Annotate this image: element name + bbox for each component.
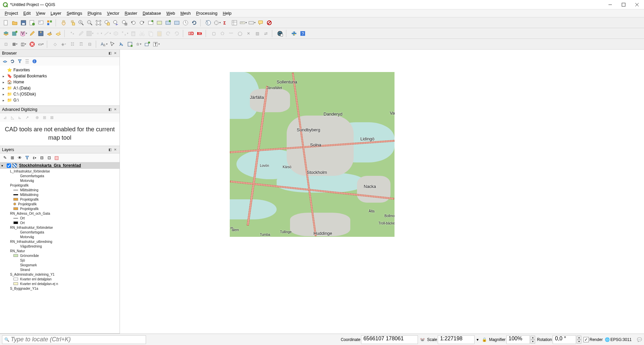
close-icon[interactable]: ✕ — [113, 51, 118, 56]
menu-edit[interactable]: Edit — [21, 10, 33, 17]
magnifier-value[interactable]: 100% — [506, 335, 530, 344]
visibility-icon[interactable]: 👁 — [17, 155, 23, 161]
no-action-button[interactable] — [265, 19, 273, 27]
layout-manager-button[interactable] — [37, 19, 45, 27]
collapse-all-icon[interactable]: ⊡ — [46, 155, 52, 161]
text-annotation-button[interactable]: T▾ — [152, 40, 160, 48]
locator-input[interactable] — [11, 336, 144, 343]
menu-layer[interactable]: Layer — [48, 10, 64, 17]
legend-item[interactable]: Måttsättning — [0, 188, 120, 192]
style-manager-button[interactable] — [46, 19, 54, 27]
python-console-button[interactable] — [290, 29, 298, 38]
topological-editing-button[interactable]: ◫▾ — [19, 40, 27, 48]
zoom-full-button[interactable] — [94, 19, 102, 27]
menu-help[interactable]: Help — [220, 10, 234, 17]
legend-group[interactable]: S_Byggnader_Y1a — [0, 286, 120, 291]
legend-item[interactable]: Sjö — [0, 258, 120, 263]
zoom-next-button[interactable] — [138, 19, 146, 27]
layer-visibility-checkbox[interactable] — [7, 163, 11, 168]
browser-tree[interactable]: ⭐Favorites▸🔖Spatial Bookmarks▸🏠Home▸📁A:\… — [0, 66, 120, 106]
label2-button[interactable]: abc — [196, 29, 204, 38]
lock-icon[interactable]: 🔒 — [482, 337, 487, 342]
browser-item[interactable]: ⭐Favorites — [0, 67, 120, 73]
label-toolbar-1[interactable]: Aa▾ — [100, 40, 108, 48]
render-checkbox[interactable]: ✓ — [583, 337, 589, 342]
browser-item[interactable]: ▸🏠Home — [0, 79, 120, 85]
new-print-layout-button[interactable] — [28, 19, 36, 27]
detach-icon[interactable]: ◧ — [108, 51, 112, 56]
nominatim-button[interactable] — [276, 29, 284, 38]
label-button[interactable]: abc — [187, 29, 195, 38]
browser-item[interactable]: ▸📁A:\ (Data) — [0, 85, 120, 91]
refresh-button[interactable] — [182, 19, 190, 27]
help-button[interactable]: ? — [299, 29, 307, 38]
map-tips-button[interactable] — [257, 19, 265, 27]
legend-item[interactable]: Strand — [0, 267, 120, 272]
new-spatial-bookmark-button[interactable] — [155, 19, 163, 27]
menu-plugins[interactable]: Plugins — [85, 10, 104, 17]
legend-item[interactable]: Genomfartsgata — [0, 174, 120, 178]
zoom-out-button[interactable] — [86, 19, 94, 27]
save-edits-button[interactable] — [37, 29, 45, 38]
messages-icon[interactable]: 💬 — [637, 337, 642, 342]
summary-button[interactable]: Σ — [222, 19, 230, 27]
legend-group[interactable]: S_Administrativ_indelning_Y1 — [0, 272, 120, 277]
rot-up-button[interactable]: ▴ — [577, 336, 581, 340]
coord-value[interactable]: 6566107 178061 — [361, 335, 418, 344]
legend-item[interactable]: Projektgrafik — [0, 197, 120, 202]
legend-group[interactable]: L_Infrastruktur_förbindelse — [0, 169, 120, 174]
legend-group[interactable]: RN_Adress_Ort_och_Gata — [0, 211, 120, 216]
properties-icon[interactable]: i — [31, 58, 38, 64]
collapse-icon[interactable] — [24, 58, 30, 64]
browser-item[interactable]: ▸🔖Spatial Bookmarks — [0, 73, 120, 79]
layers-tree[interactable]: ▾ Stockholmskarta_Gra_forenklad L_Infras… — [0, 162, 120, 333]
keyboard-button[interactable]: ▾ — [248, 19, 256, 27]
action-button[interactable]: ▾ — [213, 19, 221, 27]
new-project-button[interactable] — [2, 19, 10, 27]
measure-button[interactable]: ▾ — [239, 19, 247, 27]
menu-database[interactable]: Database — [140, 10, 164, 17]
layer-root[interactable]: ▾ Stockholmskarta_Gra_forenklad — [0, 162, 120, 169]
chevron-right-icon[interactable]: ▸ — [3, 98, 7, 102]
add-group-icon[interactable]: ⊞ — [9, 155, 15, 161]
detach-icon[interactable]: ◧ — [108, 107, 112, 112]
pin-label-button[interactable] — [117, 40, 125, 48]
chevron-down-icon[interactable]: ▾ — [1, 164, 5, 167]
chevron-right-icon[interactable]: ▸ — [3, 74, 7, 78]
scale-value[interactable]: 1:227198 — [438, 335, 475, 344]
zoom-in-button[interactable] — [77, 19, 85, 27]
detach-icon[interactable]: ◧ — [108, 147, 112, 152]
data-source-manager-button[interactable] — [2, 29, 10, 38]
zoom-to-layer-button[interactable] — [112, 19, 120, 27]
legend-item[interactable]: Grönområde — [0, 253, 120, 258]
expression-icon[interactable]: ε▾ — [31, 155, 38, 161]
browser-item[interactable]: ▸📁C:\ (OSDisk) — [0, 91, 120, 97]
legend-item[interactable]: Ort — [0, 216, 120, 220]
legend-group[interactable]: RN_Infrastruktur_förbindelse — [0, 225, 120, 230]
filter-legend-icon[interactable] — [24, 155, 30, 161]
pan-button[interactable] — [60, 19, 68, 27]
legend-item[interactable]: Projektgrafik — [0, 206, 120, 211]
pan-to-selection-button[interactable] — [68, 19, 76, 27]
show-bookmarks-button[interactable] — [164, 19, 172, 27]
style-icon[interactable]: ✎ — [2, 155, 8, 161]
close-icon[interactable]: ✕ — [113, 147, 118, 152]
legend-group[interactable]: RN_Infrastruktur_utbredning — [0, 239, 120, 244]
locator-input-wrap[interactable]: 🔍 — [2, 335, 146, 344]
add-layer-icon[interactable] — [2, 58, 8, 64]
maximize-button[interactable] — [621, 2, 627, 8]
current-edits-button[interactable] — [46, 29, 54, 38]
mag-down-button[interactable]: ▾ — [530, 340, 535, 344]
zoom-native-button[interactable] — [121, 19, 129, 27]
statistics-button[interactable] — [230, 19, 238, 27]
avoid-intersection-button[interactable]: ▭▾ — [37, 40, 45, 48]
close-button[interactable] — [634, 2, 640, 8]
menu-settings[interactable]: Settings — [64, 10, 85, 17]
filter-icon[interactable] — [17, 58, 23, 64]
crs-button[interactable]: 🌐 EPSG:3011 — [605, 337, 632, 342]
chevron-right-icon[interactable]: ▸ — [3, 92, 7, 96]
legend-group[interactable]: RN_Natur — [0, 249, 120, 253]
legend-item[interactable]: Motorväg — [0, 178, 120, 183]
expand-all-icon[interactable]: ⊟ — [39, 155, 45, 161]
menu-processing[interactable]: Processing — [194, 10, 220, 17]
